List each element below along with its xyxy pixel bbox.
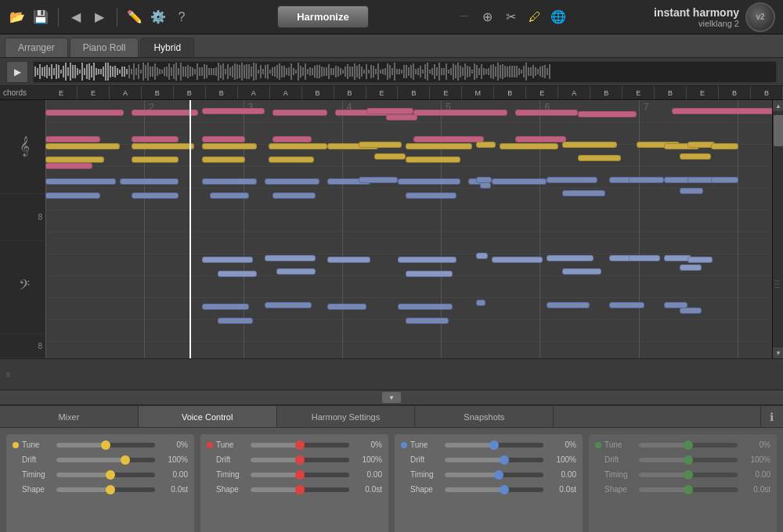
slider-thumb[interactable]	[684, 455, 693, 465]
note-block[interactable]	[562, 190, 605, 196]
note-block[interactable]	[711, 177, 738, 183]
note-block[interactable]	[406, 143, 472, 149]
waveform-display[interactable]	[33, 61, 777, 83]
brand-logo[interactable]: v2	[745, 2, 775, 32]
panel-tab-voicecontrol[interactable]: Voice Control	[139, 406, 277, 427]
note-block[interactable]	[45, 110, 124, 116]
note-block[interactable]	[680, 264, 702, 271]
note-block[interactable]	[269, 143, 327, 149]
note-block[interactable]	[202, 257, 253, 263]
note-block[interactable]	[202, 108, 265, 114]
note-block[interactable]	[476, 253, 488, 259]
slider-track[interactable]	[445, 487, 543, 492]
slider-track[interactable]	[251, 458, 349, 462]
note-block[interactable]	[45, 143, 120, 149]
note-block[interactable]	[386, 114, 417, 120]
vertical-scrollbar[interactable]: ▲ ||| ▼	[772, 100, 783, 358]
note-block[interactable]	[202, 156, 245, 163]
slider-thumb[interactable]	[489, 440, 499, 450]
slider-thumb[interactable]	[295, 440, 305, 450]
midi-icon[interactable]: ⋯	[455, 8, 474, 27]
settings-icon[interactable]: ⚙️	[149, 8, 168, 27]
note-block[interactable]	[629, 255, 660, 261]
note-block[interactable]	[687, 257, 713, 263]
note-block[interactable]	[132, 143, 194, 149]
scroll-up-arrow[interactable]: ▲	[773, 100, 783, 111]
note-block[interactable]	[218, 271, 257, 277]
globe-icon[interactable]: 🌐	[549, 8, 568, 27]
slider-track[interactable]	[56, 443, 155, 448]
slider-track[interactable]	[56, 487, 155, 492]
note-block[interactable]	[366, 108, 413, 114]
slider-thumb[interactable]	[121, 455, 130, 465]
slider-thumb[interactable]	[684, 440, 693, 450]
note-block[interactable]	[413, 110, 507, 116]
note-block[interactable]	[45, 163, 92, 169]
tab-pianoroll[interactable]: Piano Roll	[70, 38, 139, 57]
note-block[interactable]	[269, 156, 314, 163]
note-block[interactable]	[272, 110, 327, 116]
slider-thumb[interactable]	[494, 470, 503, 480]
note-block[interactable]	[480, 182, 491, 189]
note-block[interactable]	[562, 268, 601, 275]
note-block[interactable]	[680, 307, 702, 314]
undo-icon[interactable]: ◀	[67, 8, 85, 27]
note-block[interactable]	[202, 178, 257, 185]
slider-track[interactable]	[445, 458, 543, 462]
slider-track[interactable]	[445, 473, 543, 477]
slider-thumb[interactable]	[295, 455, 305, 465]
note-block[interactable]	[132, 156, 179, 163]
note-block[interactable]	[398, 304, 453, 310]
note-block[interactable]	[359, 177, 398, 183]
note-block[interactable]	[515, 136, 566, 142]
note-block[interactable]	[515, 110, 578, 116]
info-button[interactable]: ℹ	[761, 406, 783, 428]
note-block[interactable]	[272, 136, 312, 142]
note-block[interactable]	[202, 304, 249, 310]
note-block[interactable]	[413, 136, 484, 142]
note-block[interactable]	[45, 178, 116, 185]
note-block[interactable]	[711, 143, 738, 149]
slider-track[interactable]	[251, 487, 349, 492]
note-block[interactable]	[359, 142, 402, 148]
help-icon[interactable]: ?	[172, 8, 191, 27]
open-folder-icon[interactable]: 📂	[8, 8, 27, 27]
note-block[interactable]	[265, 178, 319, 185]
note-block[interactable]	[202, 143, 257, 149]
slider-track[interactable]	[639, 473, 738, 477]
note-block[interactable]	[276, 268, 316, 275]
slider-track[interactable]	[639, 458, 738, 462]
note-block[interactable]	[218, 318, 253, 324]
note-block[interactable]	[45, 136, 100, 142]
slider-track[interactable]	[251, 443, 349, 448]
note-block[interactable]	[672, 108, 772, 114]
slider-track[interactable]	[56, 473, 155, 477]
note-block[interactable]	[327, 257, 370, 263]
note-block[interactable]	[680, 153, 711, 160]
play-button[interactable]: ▶	[6, 61, 28, 83]
slider-track[interactable]	[445, 443, 543, 448]
note-block[interactable]	[398, 257, 456, 263]
slider-track[interactable]	[251, 473, 349, 477]
slider-thumb[interactable]	[101, 440, 110, 450]
note-block[interactable]	[578, 155, 621, 161]
slider-thumb[interactable]	[684, 485, 693, 494]
harmonize-button[interactable]: Harmonize	[277, 5, 368, 28]
note-block[interactable]	[492, 257, 543, 263]
tab-arranger[interactable]: Arranger	[5, 38, 68, 57]
note-block[interactable]	[132, 136, 179, 142]
scroll-track[interactable]	[773, 111, 783, 222]
scroll-thumb[interactable]	[774, 115, 783, 146]
tab-hybrid[interactable]: Hybrid	[140, 38, 194, 57]
slider-thumb[interactable]	[684, 470, 693, 480]
note-block[interactable]	[265, 255, 316, 261]
slider-thumb[interactable]	[106, 485, 115, 494]
note-block[interactable]	[265, 302, 312, 308]
note-block[interactable]	[547, 255, 594, 261]
note-block[interactable]	[327, 304, 366, 310]
slider-thumb[interactable]	[500, 485, 509, 494]
redo-icon[interactable]: ▶	[90, 8, 109, 27]
slider-track[interactable]	[639, 487, 738, 492]
scroll-down-arrow[interactable]: ▼	[773, 347, 783, 358]
connect-icon[interactable]: ⊕	[478, 8, 497, 27]
